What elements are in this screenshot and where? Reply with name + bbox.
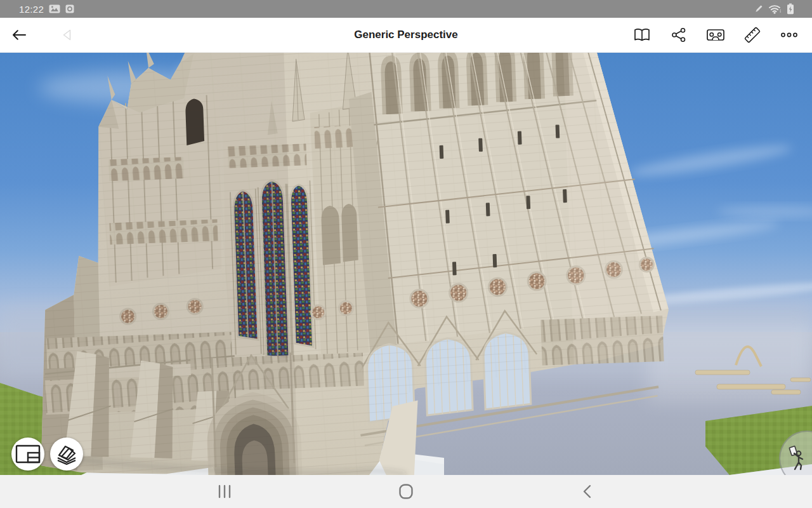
status-time: 12:22 <box>19 4 44 15</box>
more-options-button[interactable] <box>774 20 804 50</box>
back-arrow-icon <box>11 27 27 43</box>
recent-apps-icon <box>217 485 232 498</box>
toolbar: Generic Perspective <box>0 18 812 53</box>
sheet-stack-button[interactable] <box>50 438 83 471</box>
battery-charging-icon <box>787 3 794 15</box>
previous-view-icon <box>60 28 74 42</box>
bookmarks-icon <box>634 27 650 43</box>
share-button[interactable] <box>664 20 694 50</box>
recent-apps-button[interactable] <box>211 478 239 505</box>
vr-cardboard-icon <box>706 27 725 43</box>
wifi-icon <box>768 4 782 14</box>
back-nav-button[interactable] <box>573 478 601 505</box>
measure-button[interactable] <box>737 20 768 50</box>
layout-sheets-button[interactable] <box>11 438 44 471</box>
status-bar: 12:22 <box>0 0 812 18</box>
walking-person-icon <box>787 445 809 472</box>
image-notification-icon <box>49 4 60 13</box>
vr-cardboard-button[interactable] <box>700 20 731 50</box>
toolbar-actions <box>627 20 812 50</box>
navigation-bar <box>0 475 812 508</box>
scene-3d-render <box>0 53 812 475</box>
stylus-icon <box>754 4 764 14</box>
measure-icon <box>743 26 761 44</box>
status-bar-left: 12:22 <box>0 4 74 15</box>
status-bar-right <box>754 3 812 15</box>
model-viewport[interactable] <box>0 53 812 475</box>
home-icon <box>398 483 414 500</box>
previous-view-button[interactable] <box>52 20 82 50</box>
app-screen: 12:22 <box>0 0 812 508</box>
sheet-stack-icon <box>54 442 79 466</box>
layout-sheet-icon <box>15 444 41 464</box>
more-options-icon <box>780 27 799 43</box>
bookmarks-button[interactable] <box>627 20 657 50</box>
back-button[interactable] <box>4 20 34 50</box>
screen-record-notification-icon <box>65 4 74 13</box>
share-icon <box>671 27 686 43</box>
home-button[interactable] <box>392 478 420 505</box>
back-icon <box>581 484 594 499</box>
